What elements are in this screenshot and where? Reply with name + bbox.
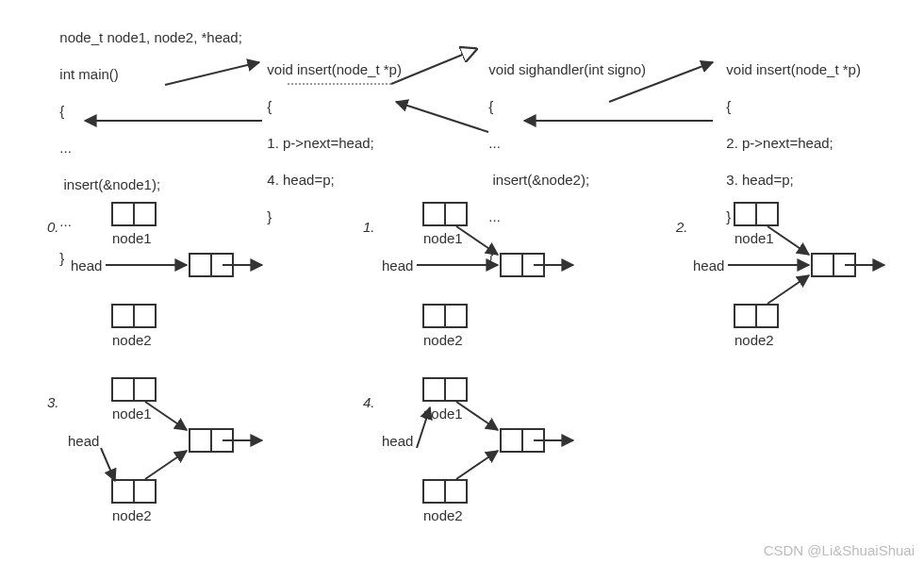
step-2: 2. [676,219,688,235]
s2-node1 [734,202,779,226]
brace: { [726,98,731,114]
code-sighandler: void sighandler(int signo) { ... insert(… [481,41,646,262]
s1-node2 [422,304,468,328]
step-4: 4. [363,394,375,410]
s3-node2-label: node2 [112,507,152,523]
brace: { [59,103,64,119]
svg-line-3 [391,49,476,84]
s0-node2-label: node2 [112,332,152,348]
s4-node2-label: node2 [423,507,463,523]
s0-node1-label: node1 [112,230,152,246]
s3-node2 [111,479,157,504]
ell: ... [488,135,501,151]
watermark: CSDN @Li&ShuaiShuai [764,542,915,558]
s2-head-label: head [693,257,724,273]
s1-headnode [500,253,545,277]
brace: { [267,98,272,114]
sig-call: insert(&node2); [488,172,589,188]
svg-line-15 [767,275,809,304]
s0-headnode [189,253,234,277]
svg-line-16 [101,448,115,481]
s4-headnode [500,428,545,453]
l1: 1. p->next=head; [267,135,373,151]
s2-headnode [811,253,856,277]
s2-node2-label: node2 [734,332,774,348]
s0-node2 [111,304,157,328]
step-0: 0. [47,219,59,235]
code-insert1: void insert(node_t *p) { 1. p->next=head… [259,41,402,225]
s0-head-label: head [71,257,102,273]
svg-line-18 [145,451,187,479]
brace: } [59,250,64,266]
call1: insert(&node1); [59,176,160,192]
s4-node1-label: node1 [423,406,463,422]
brace: } [267,208,272,224]
brace: } [488,245,493,261]
s1-head-label: head [382,257,413,273]
s4-node1 [422,377,468,402]
svg-line-22 [456,451,498,479]
brace: } [726,208,731,224]
code-main: node_t node1, node2, *head; int main() {… [52,9,242,267]
s4-head-label: head [382,433,413,449]
s4-node2 [422,479,468,504]
s1-node1 [422,202,468,226]
ell: ... [59,140,72,156]
s3-node1-label: node1 [112,406,152,422]
sig-sig: void sighandler(int signo) [488,61,646,77]
s2-node1-label: node1 [734,230,774,246]
s1-node1-label: node1 [423,230,463,246]
l2: 4. head=p; [267,172,334,188]
s3-headnode [189,428,234,453]
code-insert2: void insert(node_t *p) { 2. p->next=head… [718,41,861,225]
l1: 2. p->next=head; [726,135,833,151]
s0-node1 [111,202,157,226]
l2: 3. head=p; [726,172,793,188]
insert2-sig: void insert(node_t *p) [726,61,861,77]
s1-node2-label: node2 [423,332,463,348]
s3-node1 [111,377,157,402]
brace: { [488,98,493,114]
insert1-sig: void insert(node_t *p) [267,61,402,77]
s2-node2 [734,304,779,328]
s3-head-label: head [68,433,99,449]
step-3: 3. [47,394,59,410]
svg-line-4 [396,102,488,132]
ell: ... [488,208,501,224]
decl: node_t node1, node2, *head; [59,29,242,45]
step-1: 1. [363,219,375,235]
ell: ... [59,213,72,229]
main-sig: int main() [59,66,119,82]
